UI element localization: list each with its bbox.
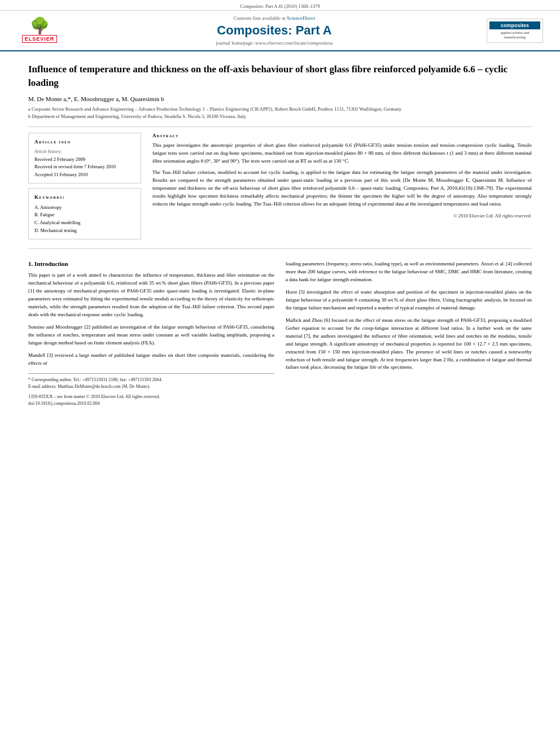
abstract-label: Abstract <box>152 133 532 138</box>
intro-para-2: Sonsino and Moosbrugger [2] published an… <box>28 324 274 347</box>
footnote-corresponding: * Corresponding author. Tel.: +497151503… <box>28 377 274 383</box>
keyword-c: C. Analytical modelling <box>34 219 135 227</box>
sciencedirect-pretext: Contents lists available at <box>234 15 287 21</box>
accepted-date: Accepted 11 February 2010 <box>34 171 135 179</box>
intro-para-1: This paper is part of a work aimed to ch… <box>28 272 274 319</box>
article-authors: M. De Monte a,*, E. Moosbrugger a, M. Qu… <box>28 95 532 102</box>
copyright-line: © 2010 Elsevier Ltd. All rights reserved… <box>152 213 532 219</box>
elsevier-logo: 🌳 ELSEVIER <box>17 18 62 43</box>
history-label: Article history: <box>34 148 135 156</box>
elsevier-tree-icon: 🌳 <box>30 18 50 34</box>
right-para-3: Mallick and Zhou [6] focused on the effe… <box>286 317 532 372</box>
article-info-box: Article info Article history: Received 2… <box>28 133 141 184</box>
journal-homepage: journal homepage: www.elsevier.com/locat… <box>62 40 487 46</box>
intro-para-3: Mandell [3] reviewed a large number of p… <box>28 352 274 368</box>
abstract-col: Abstract This paper investigates the ani… <box>152 133 532 239</box>
page: Composites: Part A 41 (2010) 1368–1379 🌳… <box>0 0 560 747</box>
composites-logo-sub: applied science and manufacturing <box>489 30 540 40</box>
elsevier-label: ELSEVIER <box>22 35 58 43</box>
affiliation-a: a Corporate Sector Research and Advance … <box>28 106 532 113</box>
keywords-box: Keywords: A. Anisotropy B. Fatigue C. An… <box>28 188 141 239</box>
right-para-1: loading parameters (frequency, stress ra… <box>286 260 532 284</box>
article-affiliations: a Corporate Sector Research and Advance … <box>28 106 532 120</box>
divider-1 <box>28 126 532 127</box>
main-content: 1. Introduction This paper is part of a … <box>28 260 532 407</box>
journal-header: 🌳 ELSEVIER Contents lists available at S… <box>0 11 560 51</box>
abstract-text-2: The Tsai–Hill failure criterion, modifie… <box>152 169 532 208</box>
received-date: Received 2 February 2009 <box>34 156 135 164</box>
right-intro-col: loading parameters (frequency, stress ra… <box>286 260 532 407</box>
top-citation: Composites: Part A 41 (2010) 1368–1379 <box>0 0 560 11</box>
citation-text: Composites: Part A 41 (2010) 1368–1379 <box>240 3 320 9</box>
intro-section-num: 1. <box>28 260 33 267</box>
right-para-2: Horst [5] investigated the effect of wat… <box>286 289 532 312</box>
keyword-b: B. Fatigue <box>34 211 135 219</box>
composites-logo-inner: composites <box>489 21 540 29</box>
left-meta-col: Article info Article history: Received 2… <box>28 133 141 239</box>
journal-title-block: Contents lists available at ScienceDirec… <box>62 15 487 46</box>
keywords-label: Keywords: <box>34 193 135 201</box>
sciencedirect-anchor[interactable]: ScienceDirect <box>287 15 315 21</box>
authors-text: M. De Monte a,*, E. Moosbrugger a, M. Qu… <box>28 95 164 102</box>
introduction-heading: 1. Introduction <box>28 260 274 267</box>
article-info-label: Article info <box>34 138 135 146</box>
footnote-doi: doi:10.1016/j.compositesa.2010.02.004 <box>28 400 274 407</box>
intro-section-title: Introduction <box>34 260 68 267</box>
sciencedirect-link: Contents lists available at ScienceDirec… <box>62 15 487 21</box>
revised-date: Received in revised form 7 February 2010 <box>34 163 135 171</box>
abstract-text-1: This paper investigates the anisotropic … <box>152 142 532 165</box>
footnote-email: E-mail address: Matthias.DeMonte@de.bosc… <box>28 383 274 390</box>
divider-2 <box>28 248 532 249</box>
footnote-area: * Corresponding author. Tel.: +497151503… <box>28 373 274 407</box>
article-meta-row: Article info Article history: Received 2… <box>28 133 532 239</box>
article-title: Influence of temperature and thickness o… <box>28 63 532 90</box>
footnote-issn: 1359-835X/$ – see front matter © 2010 El… <box>28 394 274 400</box>
keyword-d: D. Mechanical testing <box>34 227 135 235</box>
journal-main-title: Composites: Part A <box>62 23 487 38</box>
composites-logo-box: composites applied science and manufactu… <box>487 19 543 43</box>
article-body: Influence of temperature and thickness o… <box>0 51 560 418</box>
left-intro-col: 1. Introduction This paper is part of a … <box>28 260 274 407</box>
affiliation-b: b Department of Management and Engineeri… <box>28 113 532 120</box>
keyword-a: A. Anisotropy <box>34 204 135 212</box>
